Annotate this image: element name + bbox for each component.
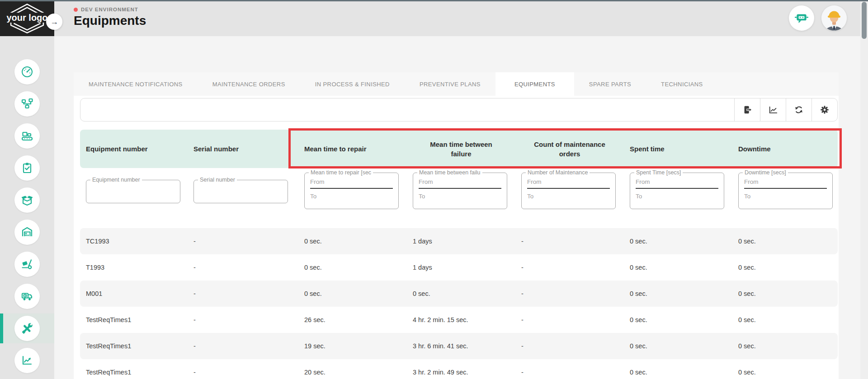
filter-label: Equipment number [90, 177, 142, 183]
filter-mean-time-to-repair: Mean time to repair [sec [304, 173, 399, 209]
analytics-chart-icon [14, 348, 40, 373]
chart-view-button[interactable] [760, 98, 786, 121]
col-header-serial-number: Serial number [188, 144, 298, 154]
range-divider [310, 188, 393, 189]
filter-mean-time-between-failure: Mean time between failu [413, 173, 507, 209]
cell-spent-time: 0 sec. [624, 238, 732, 245]
spent-time-to-input[interactable] [636, 192, 718, 201]
sidebar-item-hierarchy[interactable] [0, 89, 54, 119]
export-icon [742, 105, 752, 115]
search-input[interactable] [80, 98, 734, 121]
grid-toolbar [80, 98, 838, 122]
serial-number-input[interactable] [194, 180, 288, 203]
cell-downtime: 0 sec. [732, 238, 838, 245]
spent-time-from-input[interactable] [636, 177, 718, 186]
sidebar-item-warehouse[interactable] [0, 217, 54, 247]
maintenance-orders-count-to-input[interactable] [527, 192, 610, 201]
chatbot-button[interactable] [789, 5, 814, 31]
cell-equipment-number: TestReqTimes1 [80, 342, 188, 350]
scrollbar-thumb[interactable] [862, 2, 867, 39]
cell-mean-time-to-repair: 0 sec. [298, 290, 407, 297]
table-row[interactable]: TC1993 - 0 sec. 1 days - 0 sec. 0 sec. [80, 228, 838, 254]
app-page: your logo → DEV ENVIRONMENT Equipments [0, 0, 868, 379]
cell-downtime: 0 sec. [732, 290, 838, 297]
production-line-icon [14, 123, 40, 149]
tab-in-process-finished[interactable]: IN PROCESS & FINISHED [300, 72, 405, 96]
cell-serial-number: - [188, 342, 298, 350]
cell-maintenance-orders-count: - [515, 316, 624, 323]
page-scrollbar[interactable] [860, 0, 868, 379]
tab-equipments[interactable]: EQUIPMENTS [495, 72, 574, 96]
table-row[interactable]: M001 - 0 sec. 0 sec. - 0 sec. 0 sec. [80, 281, 838, 307]
filter-label: Downtime [secs] [743, 169, 788, 176]
maintenance-orders-count-from-input[interactable] [527, 177, 610, 186]
mean-time-between-failure-to-input[interactable] [419, 192, 501, 201]
table-row[interactable]: TestReqTimes1 - 20 sec. 3 hr. 2 min. 49 … [80, 359, 838, 379]
cell-mean-time-between-failure: 1 days [407, 264, 515, 271]
cell-mean-time-between-failure: 1 days [407, 238, 515, 245]
environment-badge: DEV ENVIRONMENT [74, 7, 138, 12]
cell-downtime: 0 sec. [732, 369, 838, 376]
range-divider [419, 188, 501, 189]
filter-label: Mean time to repair [sec [309, 169, 373, 176]
mean-time-between-failure-from-input[interactable] [419, 177, 501, 186]
table-row[interactable]: T1993 - 0 sec. 1 days - 0 sec. 0 sec. [80, 254, 838, 281]
tab-maintenance-orders[interactable]: MAINTENANCE ORDERS [198, 72, 300, 96]
cell-mean-time-to-repair: 0 sec. [298, 264, 407, 271]
cell-serial-number: - [188, 238, 298, 245]
cell-downtime: 0 sec. [732, 264, 838, 271]
user-avatar[interactable] [821, 5, 847, 31]
tab-technicians[interactable]: TECHNICIANS [646, 72, 718, 96]
refresh-button[interactable] [786, 98, 811, 121]
filter-label: Spent Time [secs] [634, 169, 683, 176]
sidebar [0, 36, 54, 379]
sidebar-item-package[interactable] [0, 185, 54, 215]
table-header: Equipment number Serial number Mean time… [80, 130, 838, 168]
sidebar-item-maintenance-tools[interactable] [0, 313, 54, 343]
sidebar-item-dashboard[interactable] [0, 57, 54, 87]
range-divider [636, 188, 718, 189]
cell-equipment-number: TC1993 [80, 238, 188, 245]
downtime-to-input[interactable] [744, 192, 827, 201]
filter-downtime: Downtime [secs] [738, 173, 833, 209]
downtime-from-input[interactable] [744, 177, 827, 186]
main-area: MAINTENANCE NOTIFICATIONS MAINTENANCE OR… [54, 36, 868, 379]
range-divider [744, 188, 827, 189]
cell-spent-time: 0 sec. [624, 369, 732, 376]
tab-preventive-plans[interactable]: PREVENTIVE PLANS [405, 72, 495, 96]
checklist-icon [14, 155, 40, 181]
env-dot-icon [74, 8, 78, 12]
cell-serial-number: - [188, 316, 298, 323]
sidebar-item-checklist[interactable] [0, 153, 54, 183]
hierarchy-icon [14, 91, 40, 117]
refresh-icon [794, 105, 804, 115]
export-button[interactable] [734, 98, 760, 121]
tab-spare-parts[interactable]: SPARE PARTS [574, 72, 646, 96]
sidebar-item-hand-truck[interactable] [0, 249, 54, 279]
env-label: DEV ENVIRONMENT [81, 7, 138, 12]
table-row[interactable]: TestReqTimes1 - 19 sec. 3 hr. 6 min. 41 … [80, 333, 838, 359]
table-row[interactable]: TestReqTimes1 - 26 sec. 4 hr. 2 min. 15 … [80, 307, 838, 333]
cell-maintenance-orders-count: - [515, 369, 624, 376]
mean-time-to-repair-from-input[interactable] [310, 177, 393, 186]
cell-spent-time: 0 sec. [624, 290, 732, 297]
filter-equipment-number: Equipment number [86, 180, 180, 203]
sidebar-item-delivery-truck[interactable] [0, 281, 54, 311]
toolbar-actions [734, 98, 837, 121]
equipment-number-input[interactable] [86, 180, 180, 203]
sidebar-collapse-button[interactable]: → [46, 14, 62, 30]
mean-time-to-repair-to-input[interactable] [310, 192, 393, 201]
filter-label: Number of Maintenance [526, 169, 590, 176]
content-card: Equipment number Serial number Mean time… [74, 96, 839, 379]
cell-spent-time: 0 sec. [624, 264, 732, 271]
sidebar-item-production-line[interactable] [0, 121, 54, 151]
cell-serial-number: - [188, 369, 298, 376]
cell-mean-time-between-failure: 3 hr. 6 min. 41 sec. [407, 342, 515, 350]
cell-maintenance-orders-count: - [515, 264, 624, 271]
tab-maintenance-notifications[interactable]: MAINTENANCE NOTIFICATIONS [74, 72, 198, 96]
settings-button[interactable] [811, 98, 837, 121]
cell-mean-time-between-failure: 0 sec. [407, 290, 515, 297]
cell-spent-time: 0 sec. [624, 342, 732, 350]
col-header-downtime: Downtime [732, 144, 838, 154]
sidebar-item-analytics[interactable] [0, 346, 54, 375]
